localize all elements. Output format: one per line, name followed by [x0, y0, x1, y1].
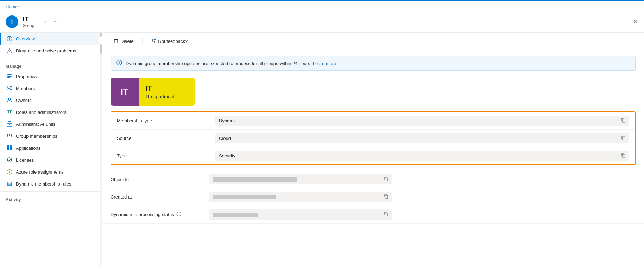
members-label: Members	[16, 86, 35, 91]
created-at-value	[213, 195, 276, 199]
dynamic-rule-label: Dynamic rule processing status ?	[111, 212, 209, 218]
sidebar-item-diagnose[interactable]: Diagnose and solve problems	[0, 45, 102, 57]
copy-created-at-button[interactable]	[384, 194, 389, 200]
info-banner-text: Dynamic group membership updates are exp…	[126, 61, 336, 66]
svg-rect-20	[10, 148, 12, 150]
feedback-label: Got feedback?	[158, 39, 188, 44]
close-button[interactable]: ✕	[633, 18, 638, 26]
admin-units-icon	[7, 121, 12, 127]
sidebar-item-admin-units[interactable]: Administrative units	[0, 118, 102, 130]
azure-roles-label: Azure role assignments	[16, 169, 64, 175]
created-at-value-box	[209, 192, 392, 202]
copy-source-button[interactable]	[621, 135, 626, 141]
svg-rect-11	[10, 111, 11, 112]
svg-rect-36	[385, 195, 388, 199]
group-avatar: IT	[111, 78, 139, 106]
delete-label: Delete	[120, 39, 134, 44]
membership-type-row: Membership type Dynamic	[111, 112, 635, 130]
overview-icon: i	[7, 36, 12, 41]
roles-label: Roles and administrators	[16, 110, 67, 115]
copy-type-button[interactable]	[621, 153, 626, 159]
info-icon: i	[116, 60, 122, 67]
sidebar-item-azure-roles[interactable]: Azure role assignments	[0, 166, 102, 178]
licenses-icon	[7, 157, 12, 163]
object-id-row: Object Id	[102, 171, 644, 188]
manage-section-label: Manage	[0, 60, 102, 70]
sidebar-item-licenses[interactable]: Licenses	[0, 154, 102, 166]
pin-button[interactable]: ☆	[41, 17, 49, 26]
diagnose-label: Diagnose and solve problems	[16, 48, 76, 53]
group-memberships-label: Group memberships	[16, 134, 57, 139]
svg-point-6	[8, 86, 10, 88]
page-title: IT	[23, 15, 34, 23]
members-icon	[7, 85, 12, 91]
page-header-actions: ☆ ···	[41, 17, 59, 26]
details-box: Membership type Dynamic Source Cloud	[111, 111, 636, 165]
svg-rect-34	[622, 154, 625, 157]
membership-type-value-box: Dynamic	[215, 116, 629, 126]
svg-point-14	[9, 124, 10, 125]
sidebar-item-roles[interactable]: Roles and administrators	[0, 106, 102, 118]
breadcrumb-home[interactable]: Home	[6, 4, 18, 9]
toolbar: Delete ? Got feedback?	[102, 33, 644, 50]
svg-rect-18	[10, 145, 12, 148]
owners-label: Owners	[16, 98, 32, 103]
main-layout: « i Overview Diagnose and solve problems…	[0, 33, 644, 266]
group-card: IT IT IT-department	[111, 78, 195, 106]
dynamic-rule-help-icon: ?	[176, 212, 181, 218]
svg-rect-24	[7, 182, 12, 186]
admin-units-label: Administrative units	[16, 122, 56, 127]
breadcrumb: Home ›	[0, 1, 644, 12]
page-subtitle: Group	[23, 23, 34, 28]
copy-dynamic-rule-button[interactable]	[384, 212, 389, 218]
sidebar-item-dynamic-rules[interactable]: Dynamic membership rules	[0, 178, 102, 190]
sidebar-item-group-memberships[interactable]: Group memberships	[0, 130, 102, 142]
svg-point-8	[8, 98, 11, 100]
sidebar-item-members[interactable]: Members	[0, 82, 102, 94]
group-memberships-icon	[7, 133, 12, 139]
svg-point-15	[7, 134, 10, 136]
sidebar-item-overview[interactable]: i Overview	[0, 33, 102, 45]
svg-rect-12	[10, 112, 11, 113]
svg-rect-39	[385, 213, 388, 216]
object-id-value	[213, 177, 297, 182]
learn-more-link[interactable]: Learn more	[313, 61, 336, 66]
dynamic-rule-value-box	[209, 209, 392, 220]
source-value-box: Cloud	[215, 133, 629, 143]
delete-button[interactable]: Delete	[111, 37, 137, 46]
feedback-button[interactable]: ? Got feedback?	[148, 37, 191, 46]
object-id-value-box	[209, 174, 392, 184]
azure-roles-icon	[7, 169, 12, 175]
svg-rect-4	[7, 76, 12, 77]
applications-label: Applications	[16, 145, 40, 151]
nav-divider-1	[0, 58, 102, 58]
sidebar-item-applications[interactable]: Applications	[0, 142, 102, 154]
membership-type-value: Dynamic	[219, 118, 237, 123]
svg-rect-26	[114, 40, 117, 43]
more-button[interactable]: ···	[52, 17, 59, 26]
svg-text:?: ?	[178, 213, 179, 216]
created-at-label: Created at	[111, 194, 209, 200]
copy-membership-type-button[interactable]	[621, 118, 626, 124]
svg-point-27	[152, 39, 154, 41]
page-icon: i	[6, 15, 18, 28]
source-label: Source	[117, 136, 215, 141]
dynamic-rule-value	[213, 213, 258, 217]
source-value: Cloud	[219, 136, 231, 141]
dynamic-rules-label: Dynamic membership rules	[16, 181, 71, 187]
svg-point-7	[10, 86, 12, 88]
object-id-label: Object Id	[111, 177, 209, 182]
svg-rect-25	[114, 39, 118, 40]
svg-rect-19	[7, 148, 9, 150]
copy-object-id-button[interactable]	[384, 176, 389, 182]
sidebar-item-properties[interactable]: Properties	[0, 70, 102, 82]
group-department: IT-department	[146, 94, 188, 99]
owners-icon	[7, 97, 12, 103]
svg-text:i: i	[9, 37, 10, 41]
sidebar-item-owners[interactable]: Owners	[0, 94, 102, 106]
svg-point-2	[9, 51, 10, 52]
type-row: Type Security	[111, 147, 635, 164]
info-banner: i Dynamic group membership updates are e…	[111, 56, 636, 71]
svg-rect-5	[7, 77, 10, 78]
svg-point-10	[8, 111, 9, 113]
